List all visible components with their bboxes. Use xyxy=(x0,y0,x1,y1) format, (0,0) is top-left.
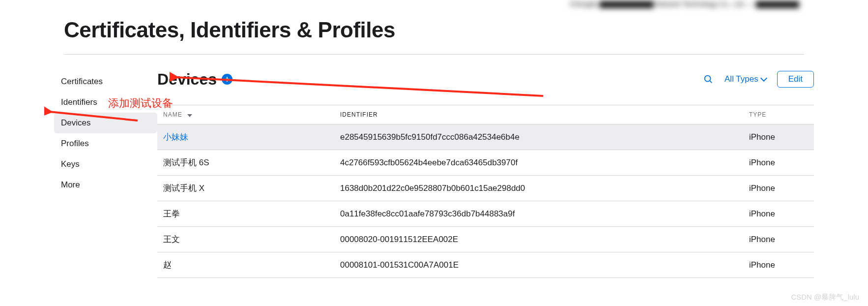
cell-identifier: 0a11fe38fec8cc01aafe78793c36db7b44883a9f xyxy=(340,209,749,219)
table-row[interactable]: 测试手机 X 1638d0b201d22c0e9528807b0b601c15a… xyxy=(157,176,814,201)
main-content: Devices + All Types Edit xyxy=(157,68,814,278)
cell-name: 王拳 xyxy=(163,208,340,219)
cell-identifier: e28545915639b5fc9150fd7ccc086a42534e6b4e xyxy=(340,132,749,142)
page-title: Certificates, Identifiers & Profiles xyxy=(64,18,868,42)
type-filter-dropdown[interactable]: All Types xyxy=(724,74,766,84)
header-divider xyxy=(64,54,804,55)
sort-desc-icon xyxy=(187,114,192,117)
cell-type: iPhone xyxy=(749,260,808,270)
cell-identifier: 00008101-001531C00A7A001E xyxy=(340,260,749,270)
svg-line-1 xyxy=(710,81,712,83)
table-header: NAME IDENTIFIER TYPE xyxy=(157,105,814,124)
sidebar-item-identifiers[interactable]: Identifiers xyxy=(54,92,157,113)
cell-identifier: 1638d0b201d22c0e9528807b0b601c15ae298dd0 xyxy=(340,184,749,193)
devices-table: NAME IDENTIFIER TYPE 小妹妹 e28545915639b5f… xyxy=(157,105,814,278)
cell-name: 赵 xyxy=(163,259,340,271)
cell-type: iPhone xyxy=(749,184,808,193)
chevron-down-icon xyxy=(760,75,767,82)
col-name[interactable]: NAME xyxy=(163,111,340,118)
sidebar-item-more[interactable]: More xyxy=(54,175,157,195)
col-type[interactable]: TYPE xyxy=(749,111,808,118)
sidebar-item-keys[interactable]: Keys xyxy=(54,154,157,175)
edit-button[interactable]: Edit xyxy=(777,71,814,88)
add-device-button[interactable]: + xyxy=(222,74,232,85)
cell-name: 小妹妹 xyxy=(163,131,340,143)
watermark: CSDN @暴脾气_lulu xyxy=(791,293,859,302)
type-filter-label: All Types xyxy=(724,74,758,84)
cell-type: iPhone xyxy=(749,235,808,245)
cell-identifier: 00008020-001911512EEA002E xyxy=(340,235,749,245)
cell-type: iPhone xyxy=(749,209,808,219)
table-row[interactable]: 赵 00008101-001531C00A7A001E iPhone xyxy=(157,252,814,278)
plus-icon: + xyxy=(225,75,230,84)
cell-type: iPhone xyxy=(749,132,808,142)
cell-identifier: 4c2766f593cfb05624b4eebe7dca63465db3970f xyxy=(340,158,749,168)
table-row[interactable]: 小妹妹 e28545915639b5fc9150fd7ccc086a42534e… xyxy=(157,124,814,150)
table-row[interactable]: 测试手机 6S 4c2766f593cfb05624b4eebe7dca6346… xyxy=(157,150,814,176)
cell-name: 王文 xyxy=(163,234,340,245)
table-row[interactable]: 王文 00008020-001911512EEA002E iPhone xyxy=(157,227,814,252)
table-row[interactable]: 王拳 0a11fe38fec8cc01aafe78793c36db7b44883… xyxy=(157,201,814,227)
cell-type: iPhone xyxy=(749,158,808,168)
sidebar: Certificates Identifiers Devices Profile… xyxy=(54,68,157,195)
sidebar-item-certificates[interactable]: Certificates xyxy=(54,71,157,92)
col-identifier[interactable]: IDENTIFIER xyxy=(340,111,749,118)
svg-point-0 xyxy=(705,76,711,82)
sidebar-item-profiles[interactable]: Profiles xyxy=(54,133,157,154)
cell-name: 测试手机 X xyxy=(163,183,340,194)
org-header-blurred: Chengdu ▇▇▇▇▇▇▇▇▇▇ Network Technology Co… xyxy=(570,0,799,8)
section-title: Devices xyxy=(157,70,217,89)
search-icon[interactable] xyxy=(703,74,714,85)
sidebar-item-devices[interactable]: Devices xyxy=(54,113,157,133)
cell-name: 测试手机 6S xyxy=(163,157,340,168)
section-header: Devices + All Types Edit xyxy=(157,68,814,90)
col-name-label: NAME xyxy=(163,111,182,118)
